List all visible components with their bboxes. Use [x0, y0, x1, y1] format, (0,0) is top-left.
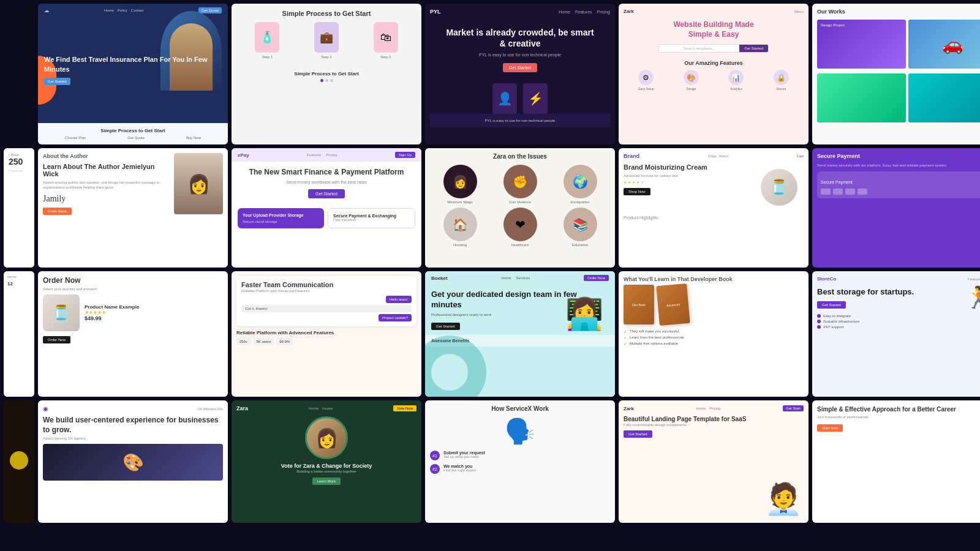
cart-link[interactable]: Cart [797, 154, 804, 158]
issue-circle: 🌍 [564, 165, 597, 198]
card-purple-security: Secure Payment Send money securely with … [812, 148, 980, 268]
card-simple-effective: Simple & Effective Approach for a Better… [812, 400, 980, 523]
card-inner: How ServiceX Work 🗣️ #1 Submit your requ… [425, 400, 615, 523]
subtext: Premium [9, 169, 29, 173]
payment-box: Secure Payment [817, 171, 980, 198]
card-inner: Brand Shop About Cart Brand Moisturizing… [619, 148, 809, 268]
hero-cta-button[interactable]: Learn More [312, 478, 341, 485]
nav-cta-button[interactable]: Get Start [783, 405, 804, 411]
card-market-dark: PYL Home Features Pricing Market is alre… [425, 4, 615, 144]
issue-circle: 📚 [564, 208, 597, 241]
star: ★ [628, 180, 631, 184]
circle-decoration [10, 451, 28, 470]
nav-cta-button[interactable]: Sign Up [395, 152, 415, 158]
nav-links: Home Policy Contact [104, 9, 144, 12]
chat-preview: Faster Team Communication Reliable Platf… [236, 276, 417, 326]
star: ★ [636, 180, 639, 184]
price-text: 250 [9, 157, 29, 167]
features-list: Easy to integrate Scalable infrastructur… [817, 314, 980, 329]
hero: Market is already crowded, be smart & cr… [430, 21, 610, 78]
feature-icon: 🎨 [684, 70, 699, 85]
step-number: #1 [430, 451, 440, 460]
product-image: 🫙 [43, 294, 80, 331]
nav: Zark Menu [624, 9, 804, 14]
rating-stars: ★★★★★ [85, 310, 139, 315]
search-button[interactable]: Get Started [739, 45, 768, 52]
nav-links: Home Pricing [696, 407, 720, 410]
price-text: $49.99 [85, 315, 139, 321]
card-inner: PYL Home Features Pricing Market is alre… [425, 4, 615, 144]
logo: Boeket [431, 276, 448, 281]
bottom-section: Reliable Platform with Advanced Features… [236, 330, 417, 345]
nav-links: Shop About [707, 154, 728, 158]
hero-cta-button[interactable]: Get Started [817, 301, 846, 309]
dot-icon [817, 314, 821, 318]
work-thumbnail [817, 73, 906, 122]
card-our-works: Our Works View All Design Project 🚗 [812, 4, 980, 144]
stat-item: 99.9% [276, 338, 293, 345]
product-info: Product Name Example ★★★★★ $49.99 [85, 304, 139, 321]
nav: ◉ 00 Minutes 00s [43, 405, 223, 412]
messages-list: Hello team! Got it, thanks! Project upda… [241, 296, 412, 321]
step-number: #2 [430, 464, 440, 474]
cta-button[interactable]: Order Now [43, 336, 70, 343]
feature-icon: 📊 [728, 70, 744, 85]
steps-row: 🧴 Step 1 💼 Step 2 🛍 Step 3 [238, 22, 415, 59]
feature-icon: ⚙ [638, 70, 654, 85]
card-partial-left-r2: r Book 250 Premium [4, 148, 34, 268]
candidate-photo: 👩 [305, 416, 348, 459]
logo: ◉ [43, 405, 48, 412]
card-brand-moisturizing: Brand Shop About Cart Brand Moisturizing… [619, 148, 809, 268]
cta-button[interactable]: Shop Now [624, 188, 650, 195]
message-item: Hello team! [386, 296, 412, 303]
hero-cta-button[interactable]: Get Started [503, 63, 537, 72]
checklist-item: Learn from the best professionals [624, 334, 804, 340]
card-order-now: Order Now Select your quantity and proce… [38, 271, 228, 397]
bottom-section: Simple Process to Get Start [238, 71, 415, 82]
card-partial-left-r3: Items 12 [4, 271, 34, 397]
card-faster-team: Faster Team Communication Reliable Platf… [232, 271, 421, 397]
card-inner: Our Works View All Design Project 🚗 [812, 4, 980, 144]
issue-circle: ❤ [503, 208, 537, 241]
card-how-services-work: How ServiceX Work 🗣️ #1 Submit your requ… [425, 400, 615, 523]
nav-date: 00 Minutes 00s [198, 407, 223, 411]
payment-icons [821, 189, 980, 195]
product-row: 🫙 Product Name Example ★★★★★ $49.99 [43, 294, 223, 331]
card-inner: Simple Process to Get Start 🧴 Step 1 💼 S… [232, 4, 421, 144]
circles-top: 👩 Minimum Wage ✊ Gun Violence 🌍 Immigrat… [430, 165, 610, 204]
nav-links: Home Issues [309, 407, 333, 410]
stat-item: 250+ [236, 338, 251, 345]
cta-button[interactable]: Start Now [817, 424, 843, 432]
dot-active [320, 79, 323, 82]
figures-row: 👤 ⚡ [430, 83, 610, 114]
message-item: Project update? [379, 314, 412, 321]
nav-cta-button[interactable]: Get Quote [198, 7, 222, 13]
header: Our Works View All [817, 9, 980, 15]
feature-item: 📊 Analytics [728, 70, 744, 91]
feature-item: Scalable infrastructure [817, 320, 980, 323]
payment-icon [833, 189, 843, 195]
person-illustration: 🏃 [960, 285, 980, 310]
search-bar[interactable]: Search templates... Get Started [658, 44, 769, 53]
feature-item: ⚙ Easy Setup [638, 70, 654, 91]
cta-button[interactable]: Get Started [624, 430, 652, 438]
nav-cta-button[interactable]: Vote Now [393, 405, 417, 411]
card-inner: Zara Home Issues Vote Now 👩 Vote for Zar… [232, 400, 421, 523]
circles-bottom: 🏠 Housing ❤ Healthcare 📚 Education [430, 208, 610, 247]
hero-cta-button[interactable]: Get Started [44, 78, 70, 85]
hero-cta-button[interactable]: Get Started [431, 323, 460, 330]
cta-button[interactable]: Order Book [43, 208, 72, 215]
logo: ☁ [44, 8, 49, 13]
card-inner: Boeket Home Services Order Now Get your … [425, 271, 615, 397]
card-inner: Secure Payment Send money securely with … [812, 148, 980, 268]
product-jar: 🫙 [761, 169, 797, 206]
product-image: 🫙 [755, 163, 804, 212]
figure-item: ⚡ [523, 83, 548, 114]
dot-icon [817, 325, 821, 329]
hero: Website Building Made Simple & Easy Sear… [624, 20, 804, 53]
bottom-bar: PYL is easy to use for non technical peo… [430, 114, 610, 127]
portfolio-image: 🎨 [43, 444, 223, 481]
card-inner: Faster Team Communication Reliable Platf… [232, 271, 421, 397]
count-text: 12 [7, 281, 31, 287]
hero-cta-button[interactable]: Get Started [308, 189, 345, 198]
